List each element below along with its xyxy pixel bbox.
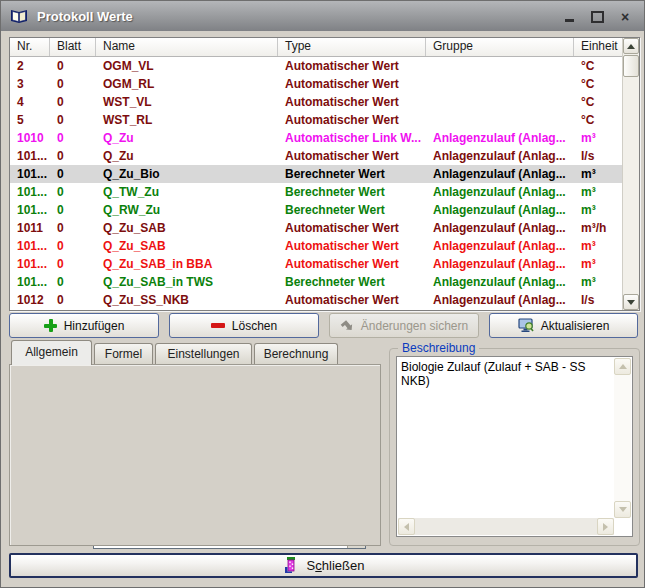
memo-scroll-right-button[interactable] <box>597 518 614 535</box>
cell-name: Q_Zu_SS_NKB <box>96 291 278 309</box>
minimize-button[interactable] <box>560 9 578 24</box>
column-header-nr[interactable]: Nr. <box>10 38 50 56</box>
column-header-type[interactable]: Type <box>278 38 426 56</box>
window-title: Protokoll Werte <box>37 9 133 24</box>
table-row[interactable]: 10100Q_ZuAutomatischer Link W...Anlagenz… <box>10 129 623 147</box>
cell-gruppe <box>426 57 574 75</box>
cell-name: WST_VL <box>96 93 278 111</box>
cell-type: Automatischer Wert <box>278 111 426 129</box>
cell-nr: 1010 <box>10 129 50 147</box>
table-row[interactable]: 101...0Q_RW_ZuBerechneter WertAnlagenzul… <box>10 201 623 219</box>
cell-nr: 101... <box>10 147 50 165</box>
tab-allgemein[interactable]: Allgemein <box>11 340 92 365</box>
allgemein-tab-panel <box>9 364 381 546</box>
table-vertical-scrollbar[interactable] <box>622 38 639 310</box>
cell-blatt: 0 <box>50 165 96 183</box>
cell-gruppe <box>426 75 574 93</box>
tab-einstellungen[interactable]: Einstellungen <box>155 343 252 364</box>
maximize-button[interactable] <box>588 9 606 24</box>
column-header-blatt[interactable]: Blatt <box>50 38 96 56</box>
table-row[interactable]: 50WST_RLAutomatischer Wert°C <box>10 111 623 129</box>
cell-gruppe: Anlagenzulauf (Anlag... <box>426 273 574 291</box>
cell-blatt: 0 <box>50 93 96 111</box>
beschreibung-horizontal-scrollbar[interactable] <box>398 518 614 535</box>
scrollbar-thumb[interactable] <box>623 55 639 77</box>
table-row[interactable]: 101...0Q_Zu_SAB_in TWSBerechneter WertAn… <box>10 273 623 291</box>
cell-type: Automatischer Wert <box>278 255 426 273</box>
table-row[interactable]: 101...0Q_TW_ZuBerechneter WertAnlagenzul… <box>10 183 623 201</box>
cell-type: Automatischer Wert <box>278 93 426 111</box>
table-row[interactable]: 40WST_VLAutomatischer Wert°C <box>10 93 623 111</box>
cell-einheit: m³/h <box>574 219 621 237</box>
tab-berechnung[interactable]: Berechnung <box>254 343 338 364</box>
tab-formel[interactable]: Formel <box>94 343 153 364</box>
cell-einheit: l/s <box>574 291 621 309</box>
memo-scroll-up-button[interactable] <box>614 358 631 375</box>
cell-name: Q_RW_Zu <box>96 201 278 219</box>
arrow-up-icon <box>619 364 627 369</box>
cell-blatt: 0 <box>50 219 96 237</box>
beschreibung-caption: Beschreibung <box>398 341 479 355</box>
column-header-gruppe[interactable]: Gruppe <box>426 38 574 56</box>
cell-gruppe: Anlagenzulauf (Anlag... <box>426 165 574 183</box>
cell-nr: 101... <box>10 201 50 219</box>
memo-scroll-left-button[interactable] <box>398 518 415 535</box>
cell-einheit: m³ <box>574 129 621 147</box>
cell-gruppe: Anlagenzulauf (Anlag... <box>426 183 574 201</box>
minus-icon <box>211 323 225 328</box>
table-row[interactable]: 10120Q_Zu_SS_NKBAutomatischer WertAnlage… <box>10 291 623 309</box>
cell-gruppe <box>426 93 574 111</box>
cell-nr: 4 <box>10 93 50 111</box>
cell-nr: 101... <box>10 273 50 291</box>
cell-gruppe: Anlagenzulauf (Anlag... <box>426 219 574 237</box>
cell-type: Automatischer Wert <box>278 147 426 165</box>
cell-name: WST_RL <box>96 111 278 129</box>
cell-gruppe: Anlagenzulauf (Anlag... <box>426 291 574 309</box>
memo-scroll-down-button[interactable] <box>614 501 631 518</box>
refresh-button[interactable]: Aktualisieren <box>489 313 638 338</box>
beschreibung-textarea[interactable]: Biologie Zulauf (Zulauf + SAB - SS NKB) <box>396 356 633 537</box>
cell-einheit: m³ <box>574 165 621 183</box>
table-row[interactable]: 10110Q_Zu_SABAutomatischer WertAnlagenzu… <box>10 219 623 237</box>
cell-blatt: 0 <box>50 183 96 201</box>
table-row[interactable]: 101...0Q_ZuAutomatischer WertAnlagenzula… <box>10 147 623 165</box>
monitor-refresh-icon <box>518 318 534 333</box>
cell-blatt: 0 <box>50 147 96 165</box>
save-changes-button: Änderungen sichern <box>329 313 479 338</box>
cell-nr: 101... <box>10 183 50 201</box>
cell-type: Automatischer Link W... <box>278 129 426 147</box>
table-row[interactable]: 101...0Q_Zu_SAB_in BBAAutomatischer Wert… <box>10 255 623 273</box>
table-row[interactable]: 20OGM_VLAutomatischer Wert°C <box>10 57 623 75</box>
beschreibung-vertical-scrollbar[interactable] <box>614 358 631 518</box>
add-button[interactable]: Hinzufügen <box>9 313 159 338</box>
cell-name: Q_Zu_SAB <box>96 219 278 237</box>
cell-type: Automatischer Wert <box>278 219 426 237</box>
beschreibung-text: Biologie Zulauf (Zulauf + SAB - SS NKB) <box>401 360 610 388</box>
cell-name: Q_Zu <box>96 129 278 147</box>
column-header-einheit[interactable]: Einheit <box>574 38 621 56</box>
cell-type: Automatischer Wert <box>278 237 426 255</box>
cell-type: Berechneter Wert <box>278 183 426 201</box>
table-row[interactable]: 30OGM_RLAutomatischer Wert°C <box>10 75 623 93</box>
cell-blatt: 0 <box>50 201 96 219</box>
close-button[interactable]: × <box>616 9 634 24</box>
cell-blatt: 0 <box>50 237 96 255</box>
close-icon: × <box>621 10 629 24</box>
column-header-name[interactable]: Name <box>96 38 278 56</box>
scroll-down-button[interactable] <box>623 294 639 310</box>
cell-einheit: °C <box>574 75 621 93</box>
scroll-up-button[interactable] <box>623 38 639 54</box>
cell-einheit: m³ <box>574 201 621 219</box>
arrow-up-icon <box>627 44 635 49</box>
cell-gruppe <box>426 111 574 129</box>
schliessen-button[interactable]: Schließen <box>9 553 638 578</box>
beschreibung-groupbox: Beschreibung Biologie Zulauf (Zulauf + S… <box>389 348 640 546</box>
delete-button[interactable]: Löschen <box>169 313 319 338</box>
title-bar[interactable]: Protokoll Werte × <box>1 1 644 31</box>
cell-type: Automatischer Wert <box>278 75 426 93</box>
table-row[interactable]: 101...0Q_Zu_SABAutomatischer WertAnlagen… <box>10 237 623 255</box>
add-button-label: Hinzufügen <box>64 319 125 333</box>
cell-blatt: 0 <box>50 255 96 273</box>
cell-einheit: m³ <box>574 183 621 201</box>
table-row[interactable]: 101...0Q_Zu_BioBerechneter WertAnlagenzu… <box>10 165 623 183</box>
